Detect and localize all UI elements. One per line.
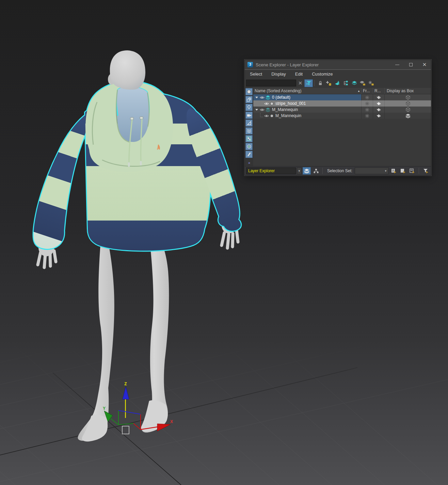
screenshot-stage: Z Y X 3 Scene Explorer - Layer Explorer … <box>0 0 448 485</box>
frozen-icon[interactable] <box>365 101 369 106</box>
doc-outline-cursor-icon <box>410 168 415 174</box>
table-row[interactable]: stripe_hood_001 <box>253 100 431 107</box>
display-geometry-button[interactable] <box>245 88 253 95</box>
layer-down-arrow-icon <box>335 81 340 86</box>
display-lights-button[interactable] <box>245 104 253 111</box>
renderable-icon[interactable] <box>376 114 381 118</box>
eye-coins-icon <box>360 81 366 86</box>
filter-funnel-button[interactable] <box>304 79 313 87</box>
scene-explorer-window: 3 Scene Explorer - Layer Explorer ✕ Sele… <box>244 60 431 176</box>
display-shapes-button[interactable] <box>245 96 253 103</box>
lightbulb-icon <box>247 105 251 110</box>
layer-view-button[interactable] <box>303 167 311 175</box>
table-empty-area[interactable] <box>253 119 431 166</box>
display-space-warps-button[interactable] <box>245 127 253 134</box>
set-square-icon <box>247 121 251 125</box>
add-selection-to-layer-button[interactable] <box>333 79 341 87</box>
selection-set-label: Selection Set: <box>327 168 352 173</box>
menubar: Select Display Edit Customize <box>245 70 431 78</box>
freeze-toggle-button[interactable] <box>367 79 375 87</box>
hierarchy-view-button[interactable] <box>312 167 320 175</box>
new-layer-icon <box>326 81 332 86</box>
table-row[interactable]: M_Mannequin <box>253 113 431 119</box>
expander-icon[interactable] <box>255 97 258 98</box>
layer-table: Name (Sorted Ascending) ▲ Fr... R... Dis… <box>253 88 431 166</box>
lock-icon <box>318 81 322 85</box>
strip-more-chevron[interactable]: » <box>248 161 250 165</box>
display-cameras-button[interactable] <box>245 112 253 119</box>
selection-set-dropdown[interactable]: ▼ <box>355 167 389 174</box>
table-header[interactable]: Name (Sorted Ascending) ▲ Fr... R... Dis… <box>253 88 431 94</box>
menu-customize[interactable]: Customize <box>312 71 333 77</box>
column-name[interactable]: Name (Sorted Ascending) <box>255 88 301 93</box>
lock-cell-editing-button[interactable] <box>316 79 324 87</box>
eye-icon[interactable] <box>264 102 269 105</box>
named-selection-sets-button[interactable] <box>408 167 416 175</box>
edit-named-selection-sets-button[interactable] <box>390 167 398 175</box>
table-row[interactable]: M_Mannequin <box>253 107 431 113</box>
doc-lines-cursor-icon <box>391 168 397 174</box>
snowflake-coins-icon <box>368 81 374 86</box>
create-new-layer-button[interactable] <box>324 79 333 87</box>
layers-icon <box>304 168 309 173</box>
menu-select[interactable]: Select <box>250 71 262 77</box>
table-row[interactable]: 0 (default) <box>253 94 431 100</box>
doc-cursor-icon <box>400 168 406 174</box>
display-containers-button[interactable] <box>245 135 253 142</box>
display-bones-button[interactable] <box>245 151 253 158</box>
minimize-button[interactable] <box>395 62 400 67</box>
mode-combo-arrow[interactable]: ▼ <box>297 167 302 174</box>
sphere-icon <box>247 90 251 94</box>
eye-icon[interactable] <box>264 114 269 117</box>
down-arrow-circle-icon <box>247 144 251 149</box>
frozen-icon[interactable] <box>365 95 369 100</box>
org-chart-icon <box>314 168 319 173</box>
column-frozen[interactable]: Fr... <box>361 88 373 94</box>
hide-toggle-button[interactable] <box>358 79 367 87</box>
layer-icon <box>266 95 270 100</box>
funnel-cursor-icon <box>423 168 429 174</box>
menu-edit[interactable]: Edit <box>295 71 303 77</box>
layers-stack-icon[interactable] <box>405 114 411 118</box>
expander-icon[interactable] <box>255 109 258 111</box>
eye-icon[interactable] <box>260 108 265 111</box>
close-button[interactable]: ✕ <box>422 62 427 67</box>
window-title: Scene Explorer - Layer Explorer <box>256 62 395 67</box>
search-clear-icon[interactable]: ✕ <box>297 80 304 86</box>
shapes-icon <box>247 97 251 102</box>
mannequin-neck <box>116 86 150 142</box>
search-input[interactable] <box>246 80 296 86</box>
flat-layer-mode-button[interactable] <box>350 79 358 87</box>
titlebar[interactable]: 3 Scene Explorer - Layer Explorer ✕ <box>245 60 431 70</box>
axis-x-label: X <box>170 419 173 424</box>
menu-display[interactable]: Display <box>271 71 286 77</box>
column-display-as-box[interactable]: Display as Box <box>384 88 431 94</box>
layer-icon <box>266 108 270 112</box>
cube-icon[interactable] <box>406 107 410 112</box>
eye-icon[interactable] <box>260 96 265 99</box>
display-xrefs-button[interactable] <box>245 143 253 150</box>
renderable-icon[interactable] <box>376 108 381 112</box>
camera-icon <box>247 113 252 117</box>
sort-ascending-icon: ▲ <box>357 90 360 93</box>
filter-selection-set-button[interactable] <box>421 167 430 175</box>
hierarchy-icon <box>343 81 348 85</box>
explorer-mode-combo[interactable]: Layer Explorer <box>246 167 296 174</box>
create-selection-set-button[interactable] <box>399 167 407 175</box>
tree-connector <box>260 101 263 105</box>
cube-icon[interactable] <box>406 101 410 106</box>
cube-icon[interactable] <box>406 95 410 100</box>
display-helpers-button[interactable] <box>245 119 253 127</box>
renderable-icon[interactable] <box>376 101 381 106</box>
layer-name: 0 (default) <box>271 95 290 100</box>
nested-layer-mode-button[interactable] <box>341 79 350 87</box>
column-render[interactable]: R... <box>373 88 384 94</box>
renderable-icon[interactable] <box>376 95 381 99</box>
object-name: M_Mannequin <box>275 113 301 118</box>
object-icon <box>270 102 274 106</box>
maximize-button[interactable] <box>409 62 413 67</box>
layer-name: M_Mannequin <box>271 107 298 112</box>
frozen-icon[interactable] <box>365 108 369 112</box>
frozen-icon[interactable] <box>365 114 369 118</box>
axis-y-label: Y <box>103 406 106 411</box>
